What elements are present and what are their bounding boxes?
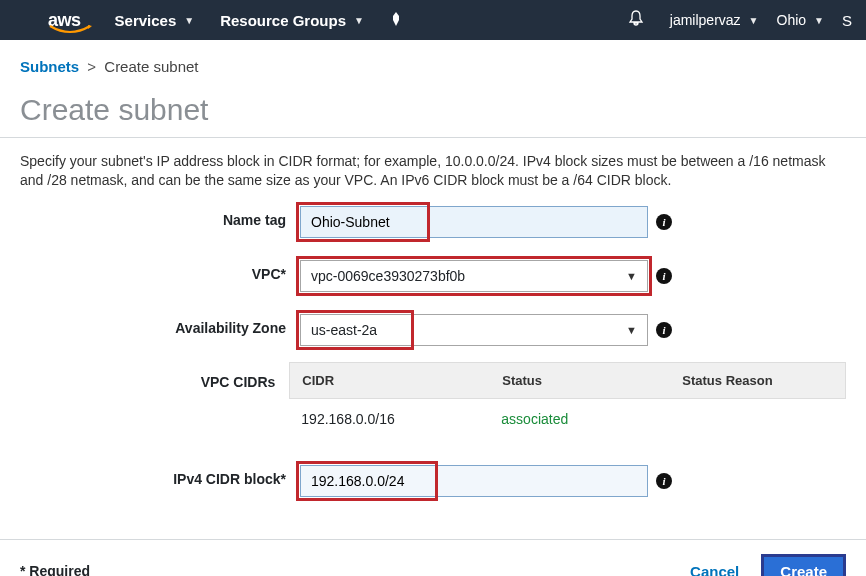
table-row: 192.168.0.0/16 associated (289, 399, 846, 439)
th-cidr: CIDR (290, 363, 490, 398)
info-az[interactable]: i (656, 314, 672, 338)
td-cidr: 192.168.0.0/16 (289, 399, 489, 439)
info-icon: i (656, 473, 672, 489)
row-az: Availability Zone us-east-2a ▼ i (20, 314, 846, 346)
chevron-down-icon: ▼ (626, 270, 637, 282)
td-status: associated (489, 399, 669, 439)
bell-icon[interactable] (628, 10, 644, 30)
breadcrumb-sep: > (87, 58, 96, 75)
nav-resource-groups[interactable]: Resource Groups ▼ (220, 12, 364, 29)
th-reason: Status Reason (670, 363, 845, 398)
label-ipv4: IPv4 CIDR block* (20, 465, 300, 487)
nav-services-label: Services (115, 12, 177, 29)
info-vpc[interactable]: i (656, 260, 672, 284)
nav-resource-groups-label: Resource Groups (220, 12, 346, 29)
pin-icon[interactable] (390, 12, 402, 29)
vpc-select[interactable]: vpc-0069ce3930273bf0b ▼ (300, 260, 648, 292)
az-select[interactable]: us-east-2a ▼ (300, 314, 648, 346)
required-note: * Required (20, 563, 90, 576)
chevron-down-icon: ▼ (749, 15, 759, 26)
nav-services[interactable]: Services ▼ (115, 12, 195, 29)
row-vpc-cidrs: VPC CIDRs CIDR Status Status Reason 192.… (20, 368, 846, 439)
chevron-down-icon: ▼ (184, 15, 194, 26)
label-az: Availability Zone (20, 314, 300, 336)
row-name-tag: Name tag i (20, 206, 846, 238)
nav-user-label: jamilpervaz (670, 12, 741, 28)
td-reason (669, 399, 846, 439)
page-description: Specify your subnet's IP address block i… (0, 138, 866, 202)
info-name-tag[interactable]: i (656, 206, 672, 230)
create-subnet-form: Name tag i VPC* vpc-0069ce3930273bf0b ▼ … (0, 202, 866, 539)
info-ipv4[interactable]: i (656, 465, 672, 489)
info-icon: i (656, 268, 672, 284)
az-select-value: us-east-2a (311, 322, 377, 338)
info-icon: i (656, 214, 672, 230)
label-name-tag: Name tag (20, 206, 300, 228)
top-nav: aws Services ▼ Resource Groups ▼ jamilpe… (0, 0, 866, 40)
info-icon: i (656, 322, 672, 338)
page-title: Create subnet (0, 79, 866, 138)
row-ipv4: IPv4 CIDR block* i (20, 465, 846, 497)
chevron-down-icon: ▼ (814, 15, 824, 26)
aws-smile-icon (48, 24, 92, 36)
table-header: CIDR Status Status Reason (289, 362, 846, 399)
vpc-select-value: vpc-0069ce3930273bf0b (311, 268, 465, 284)
breadcrumb-current: Create subnet (104, 58, 198, 75)
ipv4-cidr-input[interactable] (300, 465, 648, 497)
chevron-down-icon: ▼ (354, 15, 364, 26)
label-vpc: VPC* (20, 260, 300, 282)
breadcrumb: Subnets > Create subnet (0, 40, 866, 79)
nav-user[interactable]: jamilpervaz ▼ (670, 12, 759, 28)
footer: * Required Cancel Create (0, 539, 866, 576)
nav-region-label: Ohio (777, 12, 807, 28)
nav-region[interactable]: Ohio ▼ (777, 12, 824, 28)
breadcrumb-root[interactable]: Subnets (20, 58, 79, 75)
nav-support[interactable]: S (842, 12, 852, 29)
label-vpc-cidrs: VPC CIDRs (20, 368, 289, 390)
vpc-cidr-table: CIDR Status Status Reason 192.168.0.0/16… (289, 362, 846, 439)
row-vpc: VPC* vpc-0069ce3930273bf0b ▼ i (20, 260, 846, 292)
cancel-button[interactable]: Cancel (690, 563, 739, 576)
th-status: Status (490, 363, 670, 398)
chevron-down-icon: ▼ (626, 324, 637, 336)
name-tag-input[interactable] (300, 206, 648, 238)
create-button[interactable]: Create (761, 554, 846, 576)
